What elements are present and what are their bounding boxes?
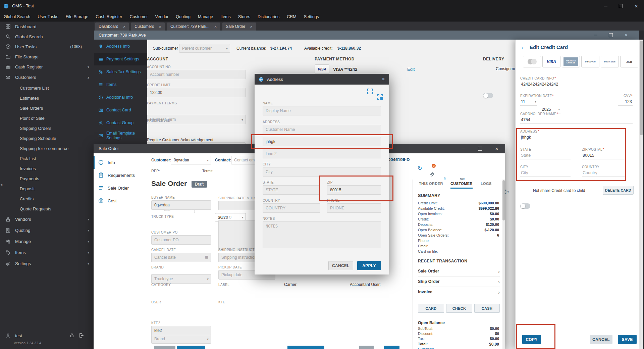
paste-address-icon[interactable]	[367, 89, 373, 94]
sidebar-collapse-icon[interactable]	[0, 181, 2, 187]
customer-nav-items[interactable]: Items	[94, 78, 147, 91]
zip-input[interactable]	[327, 185, 381, 195]
footer-button-partial[interactable]	[359, 346, 374, 349]
menu-user-tasks[interactable]: User Tasks	[34, 14, 62, 19]
sidebar-item-settings[interactable]: Settings	[0, 258, 94, 269]
account-no-input[interactable]	[147, 70, 246, 79]
sidebar-item-quoting[interactable]: Quoting	[0, 225, 94, 236]
menu-file-storage[interactable]: File Storage	[62, 14, 92, 19]
cc-number-input[interactable]	[520, 81, 633, 88]
city-input[interactable]	[520, 169, 571, 177]
cancel-date-input[interactable]	[151, 253, 211, 262]
sidebar-item-vendors[interactable]: Vendors	[0, 214, 94, 225]
country-input[interactable]	[582, 169, 625, 177]
customer-nav-additional-info[interactable]: Additional Info	[94, 91, 147, 104]
minimize-icon[interactable]	[598, 0, 613, 12]
customer-nav-address-info[interactable]: Address Info	[94, 40, 147, 53]
city-input[interactable]	[263, 167, 381, 177]
calendar-icon[interactable]: ▦	[205, 255, 208, 259]
sidebar-item-point-of-sale[interactable]: Point of Sale	[0, 113, 94, 123]
tab-logs[interactable]: LOGS	[481, 182, 492, 188]
tab-dashboard[interactable]: Dashboard	[95, 22, 129, 31]
close-icon[interactable]	[488, 144, 505, 153]
sidebar-item-customers-list[interactable]: Customers List	[0, 83, 94, 93]
cvv-input[interactable]	[618, 98, 633, 106]
footer-button-partial[interactable]	[287, 346, 324, 349]
brand-dropdown[interactable]: Brand	[151, 334, 211, 344]
sidebar-item-shipping-ecommerce[interactable]: Shipping for e-commerce	[0, 143, 94, 153]
panel-scrollbar[interactable]	[502, 180, 505, 349]
tab-this-order[interactable]: THIS ORDER	[419, 182, 443, 188]
customer-po-input[interactable]	[151, 235, 211, 245]
exp-month-dropdown[interactable]: 11	[520, 98, 537, 106]
tab-close-icon[interactable]	[123, 24, 126, 29]
tab-close-icon[interactable]	[250, 24, 253, 29]
consignment-toggle[interactable]	[483, 93, 493, 98]
menu-manage[interactable]: Manage	[194, 14, 217, 19]
sidebar-item-pick-list[interactable]: Pick List	[0, 153, 94, 163]
sidebar-item-dashboard[interactable]: Dashboard	[0, 21, 94, 32]
save-button[interactable]: SAVE	[618, 335, 637, 344]
so-nav-cost[interactable]: Cost	[94, 194, 142, 207]
zip-postal-input[interactable]	[582, 152, 625, 159]
tab-customers[interactable]: Customers	[131, 22, 165, 31]
sidebar-item-credits[interactable]: Credits	[0, 194, 94, 204]
menu-crm[interactable]: CRM	[283, 14, 300, 19]
truck-type-dropdown[interactable]: Truck type	[151, 274, 211, 284]
credit-limit-input[interactable]	[147, 88, 246, 97]
customer-nav-sales-tax[interactable]: Sales Tax Settings	[94, 65, 147, 78]
close-icon[interactable]	[629, 0, 644, 12]
menu-vendor[interactable]: Vendor	[152, 14, 172, 19]
sidebar-item-sale-orders[interactable]: Sale Orders	[0, 103, 94, 113]
copy-button[interactable]: COPY	[522, 335, 541, 344]
tab-customer-739-park[interactable]: Customer: 739 Park...	[167, 22, 220, 31]
state-input[interactable]	[263, 185, 320, 195]
sign-out-icon[interactable]	[79, 333, 84, 338]
not-share-toggle[interactable]	[520, 203, 530, 209]
so-nav-sale-order[interactable]: Sale Order	[94, 182, 142, 194]
recent-invoice[interactable]: Invoice	[418, 287, 500, 297]
cancel-button[interactable]: CANCEL	[328, 261, 353, 270]
sidebar-item-quote-requests[interactable]: Quote Requests	[0, 204, 94, 214]
sidebar-item-items[interactable]: Items	[0, 247, 94, 258]
phone-input[interactable]	[327, 203, 381, 213]
sidebar-item-shipping-schedule[interactable]: Shipping Schedule	[0, 133, 94, 143]
kte2-input[interactable]	[151, 326, 211, 335]
customer-nav-contact-group[interactable]: Contact Group	[94, 116, 147, 129]
customer-nav-contact-card[interactable]: Contact Card	[94, 104, 147, 116]
sidebar-item-deposit[interactable]: Deposit	[0, 184, 94, 194]
address-line1-input[interactable]	[263, 137, 381, 146]
menu-stores[interactable]: Stores	[234, 14, 254, 19]
menu-items[interactable]: Items	[217, 14, 234, 19]
menu-settings[interactable]: Settings	[300, 14, 323, 19]
parent-customer-dropdown[interactable]: Parent customer	[179, 44, 230, 53]
footer-button-partial[interactable]	[154, 346, 175, 349]
delete-card-button[interactable]: DELETE CARD	[603, 186, 634, 195]
customer-nav-payment-settings[interactable]: Payment Settings	[94, 53, 147, 65]
tab-customer[interactable]: CUSTOMER	[450, 182, 473, 189]
minimize-icon[interactable]	[588, 31, 603, 40]
maximize-icon[interactable]	[472, 144, 488, 153]
tab-close-icon[interactable]	[214, 24, 217, 29]
close-icon[interactable]	[619, 31, 634, 40]
sidebar-item-payments[interactable]: Payments	[0, 173, 94, 184]
main-scrollbar[interactable]	[639, 40, 643, 349]
menu-global-search[interactable]: Global Search	[0, 14, 34, 19]
apply-button[interactable]: APPLY	[357, 261, 381, 270]
footer-button-partial[interactable]	[384, 346, 399, 349]
menu-quoting[interactable]: Quoting	[172, 14, 194, 19]
buyer-name-input[interactable]	[151, 200, 211, 210]
notes-textarea[interactable]	[263, 221, 381, 248]
sidebar-item-global-search[interactable]: Global Search	[0, 32, 94, 42]
edit-card-link[interactable]: Edit	[407, 67, 415, 72]
card-button[interactable]: CARD	[418, 304, 444, 313]
maximize-icon[interactable]	[603, 31, 619, 40]
so-nav-requirements[interactable]: Requirements	[94, 169, 142, 182]
sidebar-item-manage[interactable]: Manage	[0, 236, 94, 247]
customer-dropdown[interactable]: 0qwrdaa	[171, 156, 211, 164]
state-input[interactable]	[520, 152, 571, 159]
back-arrow-icon[interactable]	[520, 44, 526, 51]
recent-ship-order[interactable]: Ship Order	[418, 277, 500, 287]
recent-sale-order[interactable]: Sale Order	[418, 266, 500, 277]
address-line2-input[interactable]	[263, 149, 381, 158]
